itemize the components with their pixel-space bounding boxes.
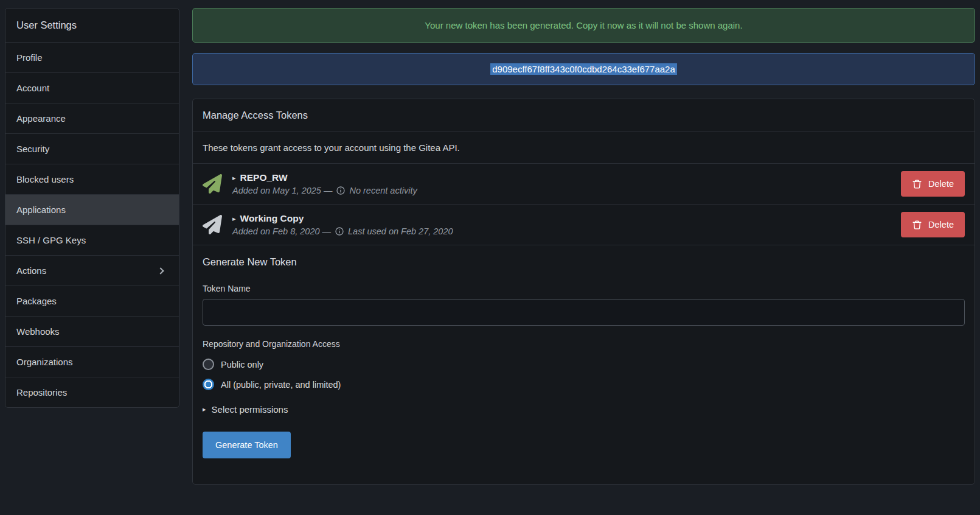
panel-description: These tokens grant access to your accoun… xyxy=(193,132,975,164)
sidebar-item-account[interactable]: Account xyxy=(5,72,179,103)
sidebar-item-blocked-users[interactable]: Blocked users xyxy=(5,164,179,194)
settings-sidebar: User Settings Profile Account Appearance… xyxy=(5,8,179,408)
token-name[interactable]: ▸ REPO_RW xyxy=(232,172,901,183)
radio-unchecked-icon[interactable] xyxy=(203,359,214,370)
sidebar-item-profile[interactable]: Profile xyxy=(5,42,179,72)
sidebar-item-appearance[interactable]: Appearance xyxy=(5,103,179,133)
chevron-right-icon xyxy=(157,267,164,274)
new-token-box[interactable]: d909ecff67f8ff343c0f0cdbd264c33ef677aa2a xyxy=(192,53,975,85)
panel-title: Manage Access Tokens xyxy=(193,99,975,132)
radio-checked-icon[interactable] xyxy=(203,379,214,390)
paper-plane-icon xyxy=(203,215,223,234)
sidebar-item-actions[interactable]: Actions xyxy=(5,255,179,286)
sidebar-title: User Settings xyxy=(5,9,179,42)
expand-triangle-icon: ▸ xyxy=(203,405,206,413)
info-icon xyxy=(335,226,344,236)
generate-token-button[interactable]: Generate Token xyxy=(203,432,291,458)
main-content: Your new token has been generated. Copy … xyxy=(192,8,975,485)
token-name[interactable]: ▸ Working Copy xyxy=(232,213,901,224)
token-row: ▸ REPO_RW Added on May 1, 2025 — No xyxy=(193,164,975,205)
sidebar-item-webhooks[interactable]: Webhooks xyxy=(5,316,179,346)
sidebar-item-packages[interactable]: Packages xyxy=(5,286,179,316)
form-title: Generate New Token xyxy=(203,256,965,268)
new-token-value[interactable]: d909ecff67f8ff343c0f0cdbd264c33ef677aa2a xyxy=(490,63,677,75)
token-name-input[interactable] xyxy=(203,299,965,326)
manage-access-tokens-panel: Manage Access Tokens These tokens grant … xyxy=(192,99,975,485)
token-row: ▸ Working Copy Added on Feb 8, 2020 — xyxy=(193,205,975,245)
trash-icon xyxy=(912,220,922,230)
generate-new-token-form: Generate New Token Token Name Repository… xyxy=(193,245,975,484)
delete-token-button[interactable]: Delete xyxy=(901,212,965,237)
token-name-label: Token Name xyxy=(203,284,965,293)
token-generated-banner: Your new token has been generated. Copy … xyxy=(192,8,975,43)
sidebar-item-ssh-gpg-keys[interactable]: SSH / GPG Keys xyxy=(5,225,179,255)
token-info: ▸ REPO_RW Added on May 1, 2025 — No xyxy=(232,172,901,195)
select-permissions-toggle[interactable]: ▸ Select permissions xyxy=(203,404,965,415)
sidebar-item-security[interactable]: Security xyxy=(5,133,179,164)
delete-token-button[interactable]: Delete xyxy=(901,171,965,197)
paper-plane-icon xyxy=(203,174,223,194)
radio-option-public-only[interactable]: Public only xyxy=(203,354,965,374)
token-meta: Added on May 1, 2025 — No recent activit… xyxy=(232,186,901,195)
token-info: ▸ Working Copy Added on Feb 8, 2020 — xyxy=(232,213,901,236)
expand-triangle-icon[interactable]: ▸ xyxy=(232,174,236,182)
info-icon xyxy=(336,186,346,195)
trash-icon xyxy=(912,179,922,189)
sidebar-item-applications[interactable]: Applications xyxy=(5,194,179,225)
token-meta: Added on Feb 8, 2020 — Last used on Feb … xyxy=(232,226,901,236)
expand-triangle-icon[interactable]: ▸ xyxy=(232,215,236,223)
repo-org-access-label: Repository and Organization Access xyxy=(203,339,965,349)
radio-option-all[interactable]: All (public, private, and limited) xyxy=(203,374,965,394)
page-layout: User Settings Profile Account Appearance… xyxy=(0,0,980,485)
sidebar-item-organizations[interactable]: Organizations xyxy=(5,346,179,377)
sidebar-item-repositories[interactable]: Repositories xyxy=(5,377,179,407)
